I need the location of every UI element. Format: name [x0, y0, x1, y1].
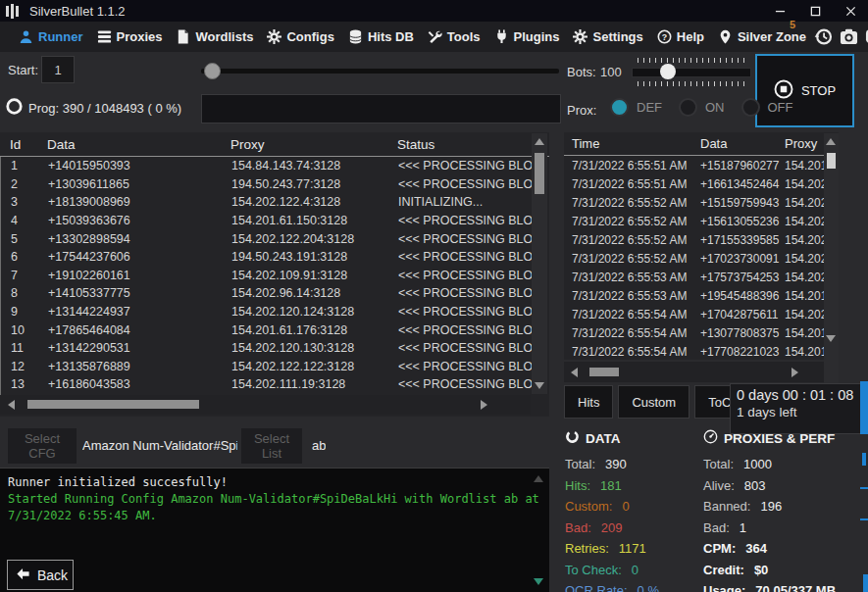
menu-item-settings[interactable]: Settings — [566, 22, 649, 52]
table-row[interactable]: 7/31/2022 6:55:53 AM+17573754253154.202 — [564, 268, 824, 286]
stat-label: Bad: — [565, 520, 591, 535]
table-cell: 7/31/2022 6:55:54 AM — [572, 308, 700, 321]
table-row[interactable]: 7/31/2022 6:55:51 AM+15187960277154.201 — [564, 156, 824, 174]
scroll-up-arrow[interactable] — [535, 138, 544, 145]
table-row[interactable]: 7/31/2022 6:55:54 AM+17708221023154.201 — [564, 342, 824, 360]
hits-hscrollbar[interactable] — [564, 362, 824, 382]
table-row[interactable]: 3+18139008969154.202.122.4:3128INITIALIZ… — [1, 193, 532, 212]
table-row[interactable]: 13+16186043583154.202.111.19:3128<<< PRO… — [1, 375, 532, 394]
stat-label: Total: — [703, 457, 734, 471]
edge-accent-mark — [862, 453, 866, 466]
menu-item-wordlists[interactable]: Wordlists — [169, 22, 260, 52]
results-hscrollbar[interactable] — [0, 395, 531, 415]
menu-item-hits-db[interactable]: Hits DB — [341, 22, 421, 52]
table-row[interactable]: 5+13302898594154.202.122.204:3128<<< PRO… — [1, 229, 532, 248]
start-slider[interactable] — [201, 62, 559, 79]
stat-value: 181 — [600, 478, 622, 493]
prox-option-def[interactable]: DEF — [610, 98, 662, 117]
table-row[interactable]: 7/31/2022 6:55:52 AM+17023730091154.202 — [564, 249, 824, 268]
right-scrollbar-thumb[interactable] — [860, 381, 868, 434]
scroll-up-arrow[interactable] — [826, 138, 836, 145]
menu-item-tools[interactable]: Tools — [421, 22, 487, 52]
scroll-left-arrow[interactable] — [8, 400, 15, 410]
table-row[interactable]: 4+15039363676154.201.61.150:3128<<< PROC… — [1, 212, 532, 230]
scrollbar-thumb[interactable] — [535, 153, 544, 194]
menu-item-label: Configs — [286, 29, 333, 44]
scrollbar-thumb[interactable] — [27, 400, 199, 409]
scrollbar-thumb[interactable] — [827, 153, 836, 169]
log-line: Started Running Config Amazon Num-Valida… — [8, 491, 549, 524]
start-input[interactable] — [41, 56, 75, 83]
table-row[interactable]: 1+14015950393154.84.143.74:3128<<< PROCE… — [1, 157, 532, 175]
stat-label: Bad: — [703, 520, 730, 535]
runner-icon — [19, 29, 33, 44]
hits-table: TimeDataProxy 7/31/2022 6:55:51 AM+15187… — [564, 132, 839, 360]
progress-bar — [201, 94, 561, 123]
table-cell: 154.202 — [785, 308, 824, 321]
table-row[interactable]: 7/31/2022 6:55:52 AM+17155339585154.202 — [564, 230, 824, 249]
slider-ticks — [638, 81, 745, 86]
title-bar: SilverBullet 1.1.2 — [0, 0, 868, 22]
menu-item-label: Wordlists — [195, 29, 253, 44]
hits-vscrollbar[interactable] — [824, 133, 839, 383]
scroll-down-arrow[interactable] — [826, 335, 836, 342]
log-line: Runner initialized succesfully! — [8, 474, 549, 491]
history-icon[interactable] — [813, 26, 834, 47]
table-row[interactable]: 12+13135876889154.202.122.122:3128<<< PR… — [1, 358, 532, 376]
table-row[interactable]: 6+17544237606194.50.243.191:3128<<< PROC… — [1, 248, 532, 267]
camera-icon[interactable] — [839, 26, 859, 47]
table-cell: 7/31/2022 6:55:54 AM — [572, 326, 700, 340]
slider-thumb[interactable] — [660, 64, 676, 79]
prox-option-off[interactable]: OFF — [741, 98, 793, 117]
table-row[interactable]: 7/31/2022 6:55:54 AM+17042875611154.202 — [564, 305, 824, 323]
table-row[interactable]: 7+19102260161154.202.109.91:3128<<< PROC… — [1, 267, 532, 285]
table-row[interactable]: 8+14105337775154.202.96.14:3128<<< PROCE… — [1, 284, 532, 303]
prox-option-on[interactable]: ON — [679, 98, 725, 117]
table-row[interactable]: 11+13142290531154.202.120.130:3128<<< PR… — [1, 339, 532, 358]
table-cell: +13077808375 — [700, 326, 785, 340]
menu-bar: RunnerProxiesWordlistsConfigsHits DBTool… — [0, 22, 868, 52]
slider-thumb[interactable] — [204, 63, 221, 79]
table-row[interactable]: 10+17865464084154.201.61.176:3128<<< PRO… — [1, 321, 532, 339]
menu-item-silver-zone[interactable]: Silver Zone5 — [711, 22, 813, 52]
scroll-left-arrow[interactable] — [571, 368, 578, 377]
select-cfg-button[interactable]: Select CFG — [8, 428, 77, 464]
silverzone-icon — [718, 29, 733, 44]
maximize-button[interactable] — [797, 0, 833, 22]
back-button[interactable]: Back — [7, 560, 74, 590]
scroll-up-arrow[interactable] — [534, 475, 543, 482]
select-list-button[interactable]: Select List — [241, 428, 302, 464]
stat-label: Total: — [565, 457, 595, 471]
menu-item-proxies[interactable]: Proxies — [90, 22, 170, 52]
table-row[interactable]: 7/31/2022 6:55:53 AM+19545488396154.201 — [564, 286, 824, 305]
scroll-right-arrow[interactable] — [481, 400, 487, 410]
close-button[interactable] — [833, 0, 868, 22]
proxies-panel: PROXIES & PERF Total:1000Alive:803Banned… — [703, 429, 868, 592]
menu-item-configs[interactable]: Configs — [260, 22, 340, 52]
table-row[interactable]: 9+13144224937154.202.120.124:3128<<< PRO… — [1, 303, 532, 321]
table-row[interactable]: 7/31/2022 6:55:54 AM+13077808375154.201 — [564, 323, 824, 342]
menu-item-runner[interactable]: Runner — [12, 22, 90, 52]
results-vscrollbar[interactable] — [532, 133, 547, 394]
stop-label: STOP — [801, 83, 836, 98]
table-cell: 6 — [11, 250, 48, 264]
table-cell: <<< PROCESSING BLOCK — [398, 269, 532, 282]
discord-icon[interactable] — [864, 26, 868, 47]
table-cell: +14015950393 — [48, 159, 231, 173]
table-row[interactable]: 7/31/2022 6:55:51 AM+16613452464154.202 — [564, 174, 824, 193]
table-row[interactable]: 2+13039611865194.50.243.77:3128<<< PROCE… — [1, 175, 532, 194]
table-row[interactable]: 7/31/2022 6:55:52 AM+15159759943154.202 — [564, 193, 824, 212]
scroll-down-arrow[interactable] — [535, 382, 544, 389]
scroll-right-arrow[interactable] — [791, 368, 798, 377]
data-stats: Total:390Hits:181Custom:0Bad:209Retries:… — [565, 454, 694, 592]
tab-custom[interactable]: Custom — [618, 385, 689, 419]
table-cell: +17573754253 — [700, 271, 785, 284]
tab-hits[interactable]: Hits — [564, 385, 613, 419]
menu-item-plugins[interactable]: Plugins — [487, 22, 567, 52]
bots-slider[interactable] — [632, 55, 751, 90]
scrollbar-thumb[interactable] — [589, 368, 619, 376]
table-cell: 5 — [11, 232, 48, 246]
menu-item-help[interactable]: ?Help — [650, 22, 711, 52]
table-row[interactable]: 7/31/2022 6:55:52 AM+15613055236154.202 — [564, 212, 824, 230]
scroll-down-arrow[interactable] — [534, 578, 543, 585]
